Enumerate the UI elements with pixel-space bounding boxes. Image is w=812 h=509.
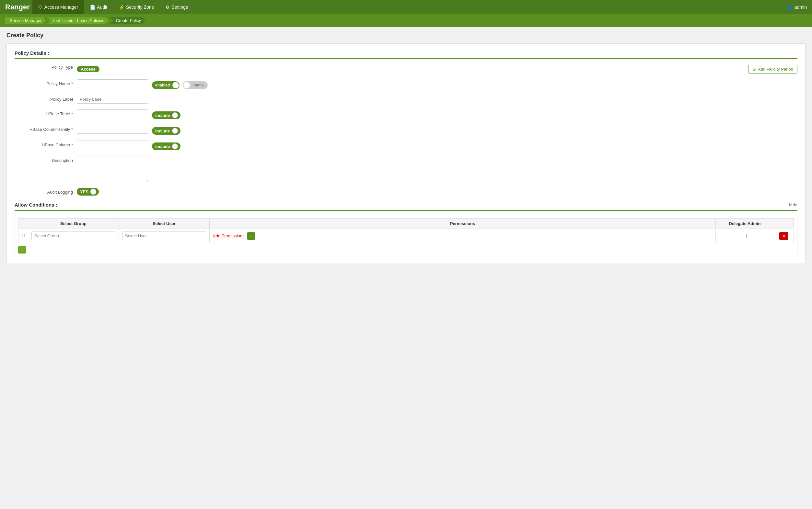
- col-permissions: Permissions: [209, 218, 716, 229]
- policy-name-row: Policy Name * enabled normal: [14, 79, 798, 89]
- nav-access-manager-label: Access Manager: [44, 4, 78, 10]
- hbase-table-label: HBase Table *: [14, 109, 73, 116]
- delegate-admin-checkbox[interactable]: [743, 234, 747, 238]
- policy-type-badge[interactable]: Access: [77, 66, 99, 72]
- hbase-column-family-include-label: include: [155, 129, 170, 133]
- conditions-table: Select Group Select User Permissions Del…: [14, 215, 798, 257]
- policy-name-label: Policy Name *: [14, 79, 73, 86]
- clock-icon: ⊕: [752, 67, 756, 72]
- audit-icon: 📄: [90, 4, 95, 10]
- hbase-column-family-label: HBase Column-family *: [14, 125, 73, 132]
- hbase-table-input[interactable]: [77, 109, 148, 118]
- hbase-column-family-row: HBase Column-family * include: [14, 125, 798, 135]
- policy-label-label: Policy Label: [14, 95, 73, 102]
- policy-label-input[interactable]: [77, 95, 148, 104]
- breadcrumb-service-manager[interactable]: Service Manager: [5, 17, 46, 24]
- hbase-table-include-toggle[interactable]: include: [152, 111, 181, 119]
- enabled-knob: [172, 82, 179, 89]
- add-permissions-link[interactable]: Add Permissions: [213, 233, 245, 238]
- col-delegate: Delegate Admin: [716, 218, 774, 229]
- normal-label: normal: [190, 82, 207, 88]
- security-icon: ⚡: [119, 4, 124, 10]
- nav-security-zone[interactable]: ⚡ Security Zone: [113, 0, 160, 14]
- navbar: Ranger 🛡 Access Manager 📄 Audit ⚡ Securi…: [0, 0, 812, 14]
- hbase-column-row: HBase Column * include: [14, 140, 798, 150]
- add-validity-period-button[interactable]: ⊕ Add Validity Period: [748, 65, 798, 73]
- policy-label-row: Policy Label: [14, 95, 798, 104]
- user-cell: [119, 229, 209, 243]
- breadcrumb-policies[interactable]: test_cluster_hbase Policies: [47, 17, 109, 24]
- settings-icon: ⚙: [166, 4, 170, 10]
- hbase-column-toggle-knob: [172, 143, 178, 149]
- allow-conditions-title: Allow Conditions :: [14, 202, 57, 208]
- nav-audit[interactable]: 📄 Audit: [84, 0, 113, 14]
- page-content: Create Policy Policy Details : Policy Ty…: [0, 27, 812, 269]
- navbar-user[interactable]: 👤 admin: [786, 4, 807, 10]
- hbase-column-family-toggle-knob: [172, 128, 178, 134]
- delete-cell: ✕: [774, 230, 793, 242]
- delegate-cell: [716, 231, 774, 241]
- audit-logging-row: Audit Logging YES: [14, 188, 798, 196]
- hbase-table-row: HBase Table * include: [14, 109, 798, 119]
- breadcrumb-create-policy[interactable]: Create Policy: [109, 17, 145, 24]
- user-label: admin: [794, 4, 807, 10]
- nav-audit-label: Audit: [97, 4, 107, 10]
- permissions-cell: Add Permissions +: [209, 230, 716, 242]
- nav-items: 🛡 Access Manager 📄 Audit ⚡ Security Zone…: [32, 0, 786, 14]
- select-group-input[interactable]: [31, 232, 116, 240]
- policy-type-label: Policy Type: [14, 63, 73, 70]
- policy-name-input[interactable]: [77, 79, 148, 88]
- hide-link[interactable]: hide: [789, 202, 798, 207]
- policy-type-extras: Access ⊕ Add Validity Period: [77, 63, 798, 73]
- hbase-table-toggle-knob: [172, 112, 178, 118]
- hbase-column-family-input[interactable]: [77, 125, 148, 134]
- drag-handle[interactable]: ⠿: [19, 230, 28, 242]
- hbase-table-include-label: include: [155, 113, 170, 118]
- description-input[interactable]: [77, 156, 148, 182]
- enabled-label: enabled: [153, 82, 172, 88]
- enabled-toggle[interactable]: enabled: [152, 81, 180, 89]
- select-user-input[interactable]: [122, 232, 206, 240]
- table-row: ⠿ Add Permissions +: [18, 229, 794, 243]
- group-cell: [28, 229, 119, 243]
- shield-icon: 🛡: [38, 4, 43, 10]
- table-header: Select Group Select User Permissions Del…: [18, 218, 794, 229]
- policy-details-title: Policy Details :: [14, 50, 798, 59]
- col-drag: [19, 218, 28, 229]
- description-row: Description: [14, 156, 798, 182]
- policy-card: Policy Details : Policy Type Access ⊕ Ad…: [6, 43, 806, 264]
- brand-logo[interactable]: Ranger: [5, 3, 30, 11]
- allow-conditions-section: Allow Conditions : hide Select Group Sel…: [14, 202, 798, 257]
- add-row-button[interactable]: +: [18, 246, 26, 253]
- audit-logging-yes-label: YES: [80, 190, 89, 194]
- normal-toggle[interactable]: normal: [183, 81, 208, 89]
- policy-type-row: Policy Type Access ⊕ Add Validity Period: [14, 63, 798, 73]
- user-icon: 👤: [786, 4, 792, 10]
- hbase-column-input[interactable]: [77, 140, 148, 149]
- normal-knob: [184, 82, 190, 89]
- page-title: Create Policy: [6, 32, 806, 39]
- audit-logging-label: Audit Logging: [14, 188, 73, 195]
- hbase-column-include-label: include: [155, 144, 170, 149]
- perm-cell: Add Permissions +: [213, 232, 712, 240]
- audit-logging-toggle[interactable]: YES: [77, 188, 99, 196]
- description-label: Description: [14, 156, 73, 163]
- policy-name-toggles: enabled normal: [152, 79, 208, 89]
- nav-settings-label: Settings: [171, 4, 188, 10]
- allow-conditions-header: Allow Conditions : hide: [14, 202, 798, 211]
- nav-access-manager[interactable]: 🛡 Access Manager: [32, 0, 84, 14]
- audit-logging-knob: [90, 189, 96, 195]
- hbase-column-include-toggle[interactable]: include: [152, 142, 181, 150]
- delete-row-button[interactable]: ✕: [779, 232, 788, 240]
- nav-settings[interactable]: ⚙ Settings: [160, 0, 194, 14]
- col-action: [774, 218, 793, 229]
- add-permissions-button[interactable]: +: [247, 232, 255, 240]
- hbase-column-label: HBase Column *: [14, 140, 73, 147]
- breadcrumb: Service Manager test_cluster_hbase Polic…: [0, 14, 812, 27]
- col-group: Select Group: [28, 218, 119, 229]
- nav-security-zone-label: Security Zone: [126, 4, 154, 10]
- col-user: Select User: [119, 218, 209, 229]
- hbase-column-family-include-toggle[interactable]: include: [152, 127, 181, 135]
